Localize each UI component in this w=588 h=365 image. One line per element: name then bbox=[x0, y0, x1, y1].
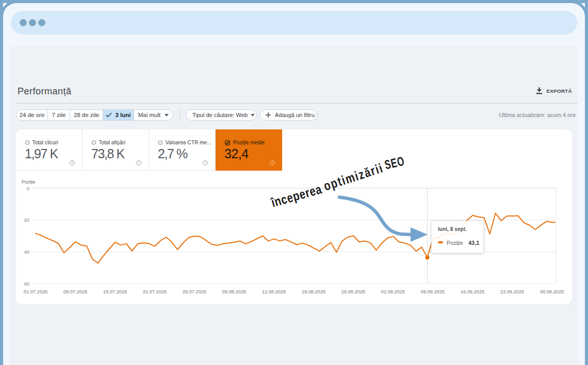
svg-text:26.08.2025: 26.08.2025 bbox=[341, 289, 366, 294]
svg-text:23.09.2025: 23.09.2025 bbox=[500, 289, 525, 294]
svg-text:Poziție: Poziție bbox=[22, 179, 36, 185]
svg-text:30.09.2025: 30.09.2025 bbox=[540, 289, 564, 294]
svg-text:16.09.2025: 16.09.2025 bbox=[461, 289, 485, 294]
svg-text:60: 60 bbox=[24, 281, 29, 287]
svg-text:0: 0 bbox=[27, 186, 29, 191]
svg-text:05.08.2025: 05.08.2025 bbox=[222, 289, 247, 294]
svg-text:20: 20 bbox=[24, 217, 29, 223]
svg-text:02.09.2025: 02.09.2025 bbox=[381, 289, 405, 294]
svg-text:08.07.2025: 08.07.2025 bbox=[63, 289, 88, 294]
svg-text:09.09.2025: 09.09.2025 bbox=[421, 289, 445, 294]
svg-text:40: 40 bbox=[24, 249, 29, 255]
svg-text:12.08.2025: 12.08.2025 bbox=[262, 289, 286, 294]
svg-text:15.07.2025: 15.07.2025 bbox=[103, 289, 127, 294]
svg-text:19.08.2025: 19.08.2025 bbox=[302, 289, 326, 294]
svg-text:01.07.2025: 01.07.2025 bbox=[24, 289, 48, 294]
svg-text:29.07.2025: 29.07.2025 bbox=[183, 289, 207, 294]
svg-text:22.07.2025: 22.07.2025 bbox=[143, 289, 167, 294]
